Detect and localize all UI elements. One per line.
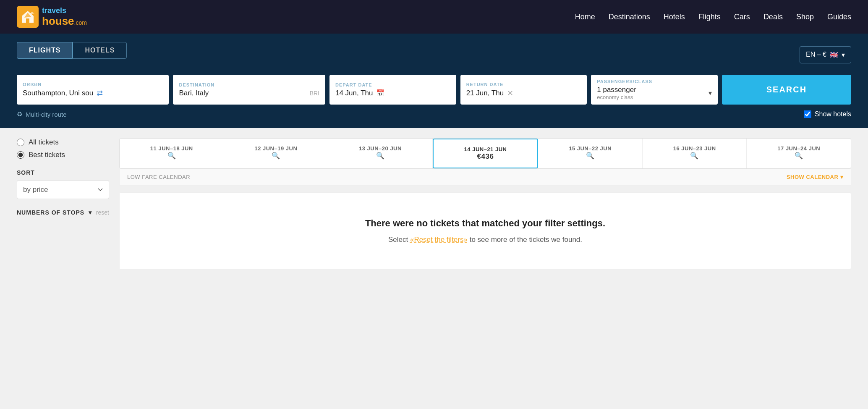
stops-chevron-icon: ▾ — [89, 209, 92, 216]
nav-deals[interactable]: Deals — [763, 13, 783, 21]
nav: Home Destinations Hotels Flights Cars De… — [575, 13, 851, 21]
all-tickets-option[interactable]: All tickets — [17, 138, 109, 147]
tab-flights[interactable]: FLIGHTS — [17, 42, 73, 59]
date-price-3: €436 — [438, 152, 533, 161]
header: travels house .com Home Destinations Hot… — [0, 0, 868, 34]
logo-text: travels house .com — [42, 7, 87, 27]
multicity-label: Multi-city route — [26, 111, 67, 118]
search-icon-1: 🔍 — [228, 152, 324, 160]
destination-field[interactable]: DESTINATION Bari, Italy BRI — [173, 75, 325, 105]
passengers-field[interactable]: PASSENGERS/CLASS 1 passenger economy cla… — [591, 75, 718, 105]
lang-selector[interactable]: EN – € 🇬🇧 ▾ — [800, 46, 851, 63]
stops-reset[interactable]: reset — [96, 209, 109, 216]
reset-filters-link[interactable]: «Reset the filters» — [410, 236, 468, 244]
date-option-3[interactable]: 14 JUN–21 JUN €436 — [433, 139, 539, 168]
logo: travels house .com — [17, 6, 87, 28]
date-range-5: 16 JUN–23 JUN — [647, 145, 743, 152]
search-icon-4: 🔍 — [542, 152, 638, 160]
return-value-row: 21 Jun, Thu ✕ — [466, 89, 581, 98]
low-fare-label: LOW FARE CALENDAR — [127, 174, 190, 180]
logo-icon — [17, 6, 39, 28]
depart-value-row: 14 Jun, Thu 📅 — [335, 89, 450, 97]
search-panel: FLIGHTS HOTELS EN – € 🇬🇧 ▾ ORIGIN Southa… — [0, 34, 868, 128]
results-area: 11 JUN–18 JUN 🔍 12 JUN–19 JUN 🔍 13 JUN–2… — [119, 138, 851, 270]
origin-value: Southampton, Uni sou — [23, 89, 93, 97]
logo-travels-text: travels — [42, 7, 87, 15]
logo-house-text: house — [42, 15, 74, 27]
no-results-title: There were no tickets that matched your … — [136, 218, 834, 229]
search-icon-6: 🔍 — [751, 152, 847, 160]
date-range-3: 14 JUN–21 JUN — [438, 146, 533, 152]
search-tabs: FLIGHTS HOTELS — [17, 42, 127, 59]
search-button[interactable]: SEARCH — [722, 75, 851, 105]
logo-com-text: .com — [74, 19, 87, 26]
stops-label: NUMBERS OF STOPS — [17, 209, 84, 216]
date-option-1[interactable]: 12 JUN–19 JUN 🔍 — [224, 139, 329, 168]
tab-hotels[interactable]: HOTELS — [73, 42, 127, 59]
nav-flights[interactable]: Flights — [698, 13, 721, 21]
nav-guides[interactable]: Guides — [827, 13, 851, 21]
all-tickets-label: All tickets — [29, 138, 59, 147]
passengers-chevron-icon: ▾ — [709, 89, 712, 97]
nav-shop[interactable]: Shop — [796, 13, 814, 21]
date-range-0: 11 JUN–18 JUN — [124, 145, 220, 152]
no-results-text-before: Select — [388, 236, 410, 244]
destination-code: BRI — [310, 90, 319, 97]
depart-label: DEPART DATE — [335, 82, 450, 87]
multicity-option[interactable]: ♻ Multi-city route — [17, 110, 67, 118]
passengers-class: economy class — [597, 94, 636, 100]
no-results: There were no tickets that matched your … — [119, 192, 851, 270]
origin-value-row: Southampton, Uni sou ⇄ — [23, 89, 163, 98]
clear-return-icon[interactable]: ✕ — [507, 89, 513, 98]
no-results-text-after: to see more of the tickets we found. — [470, 236, 582, 244]
destination-label: DESTINATION — [179, 82, 319, 87]
search-row: ORIGIN Southampton, Uni sou ⇄ DESTINATIO… — [17, 75, 851, 105]
stops-section: NUMBERS OF STOPS ▾ reset — [17, 209, 109, 216]
passengers-label: PASSENGERS/CLASS — [597, 79, 712, 84]
date-range-4: 15 JUN–22 JUN — [542, 145, 638, 152]
show-hotels-checkbox[interactable] — [804, 110, 811, 118]
origin-field[interactable]: ORIGIN Southampton, Uni sou ⇄ — [17, 75, 169, 105]
return-field[interactable]: RETURN DATE 21 Jun, Thu ✕ — [460, 75, 587, 105]
nav-cars[interactable]: Cars — [734, 13, 750, 21]
lang-text: EN – € — [806, 51, 826, 58]
depart-field[interactable]: DEPART DATE 14 Jun, Thu 📅 — [329, 75, 456, 105]
destination-value: Bari, Italy — [179, 89, 209, 97]
date-option-0[interactable]: 11 JUN–18 JUN 🔍 — [120, 139, 224, 168]
calendar-icon: 📅 — [376, 89, 384, 97]
nav-destinations[interactable]: Destinations — [609, 13, 650, 21]
chevron-down-icon: ▾ — [840, 174, 844, 180]
best-tickets-radio[interactable] — [17, 151, 24, 159]
origin-label: ORIGIN — [23, 82, 163, 87]
date-option-4[interactable]: 15 JUN–22 JUN 🔍 — [538, 139, 643, 168]
depart-value: 14 Jun, Thu — [335, 89, 373, 97]
multicity-icon: ♻ — [17, 110, 22, 118]
multicity-row: ♻ Multi-city route Show hotels — [17, 110, 851, 118]
date-option-5[interactable]: 16 JUN–23 JUN 🔍 — [643, 139, 747, 168]
best-tickets-label: Best tickets — [29, 151, 65, 159]
all-tickets-radio[interactable] — [17, 139, 24, 146]
no-results-text: Select «Reset the filters» to see more o… — [136, 236, 834, 244]
return-label: RETURN DATE — [466, 82, 581, 87]
sidebar: All tickets Best tickets SORT by price b… — [17, 138, 109, 270]
sort-section: SORT by price by duration by departure — [17, 169, 109, 199]
chevron-down-icon: ▾ — [842, 51, 845, 59]
date-range-6: 17 JUN–24 JUN — [751, 145, 847, 152]
search-icon-2: 🔍 — [332, 152, 428, 160]
nav-home[interactable]: Home — [575, 13, 595, 21]
stops-header[interactable]: NUMBERS OF STOPS ▾ reset — [17, 209, 109, 216]
sort-select[interactable]: by price by duration by departure — [17, 180, 109, 199]
low-fare-bar: LOW FARE CALENDAR SHOW CALENDAR ▾ — [119, 169, 851, 186]
show-calendar-link[interactable]: SHOW CALENDAR ▾ — [787, 174, 843, 180]
passengers-count: 1 passenger — [597, 86, 636, 94]
swap-icon[interactable]: ⇄ — [97, 89, 103, 98]
passengers-value-row: 1 passenger economy class ▾ — [597, 86, 712, 100]
show-hotels-label: Show hotels — [815, 110, 851, 118]
date-option-6[interactable]: 17 JUN–24 JUN 🔍 — [747, 139, 851, 168]
search-icon-5: 🔍 — [647, 152, 743, 160]
date-range-2: 13 JUN–20 JUN — [332, 145, 428, 152]
show-hotels-option: Show hotels — [804, 110, 851, 118]
nav-hotels[interactable]: Hotels — [664, 13, 685, 21]
best-tickets-option[interactable]: Best tickets — [17, 151, 109, 159]
date-option-2[interactable]: 13 JUN–20 JUN 🔍 — [328, 139, 433, 168]
